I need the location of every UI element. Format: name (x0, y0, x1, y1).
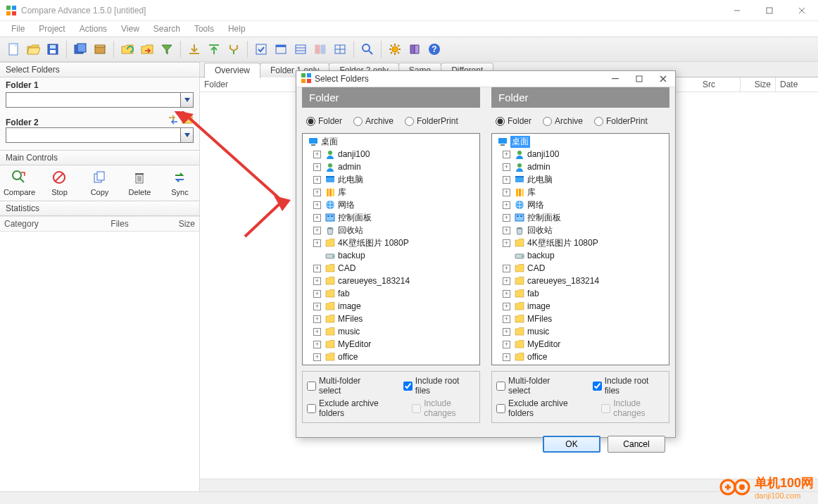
chevron-down-icon[interactable] (181, 127, 194, 143)
tree-item[interactable]: +office (303, 351, 479, 363)
tree-item[interactable]: +CAD (492, 262, 669, 275)
grid2-icon[interactable] (331, 40, 349, 58)
radio-archive[interactable]: Archive (353, 116, 394, 126)
tree-item[interactable]: +回收站 (492, 224, 669, 237)
check-root[interactable]: Include root files (403, 376, 475, 396)
save-icon[interactable] (44, 40, 62, 58)
maximize-button[interactable] (753, 0, 786, 21)
radio-folder[interactable]: Folder (496, 116, 531, 126)
tree-item[interactable]: +控制面板 (303, 211, 479, 224)
tree-item[interactable]: +4K壁纸图片 1080P (303, 237, 479, 249)
tree-item[interactable]: 桌面 (492, 135, 669, 148)
menu-file[interactable]: File (4, 22, 32, 36)
tree-item[interactable]: +MFiles (492, 313, 669, 325)
refresh-folder-icon[interactable] (118, 40, 137, 58)
tree-item[interactable]: +danji100 (303, 148, 479, 160)
compare-button[interactable]: Compare (3, 170, 36, 196)
tree-item[interactable]: +music (492, 325, 669, 338)
tree-item[interactable]: +网络 (303, 199, 479, 211)
col-size[interactable]: Size (741, 77, 776, 92)
menu-view[interactable]: View (114, 22, 146, 36)
folder2-combo[interactable] (6, 127, 194, 143)
folder1-input[interactable] (6, 92, 181, 108)
tree-item[interactable]: +库 (492, 186, 669, 199)
minimize-button[interactable] (721, 0, 753, 21)
folder1-combo[interactable] (6, 92, 194, 108)
radio-folderprint[interactable]: FolderPrint (405, 116, 458, 126)
folder2-input[interactable] (6, 127, 181, 143)
close-button[interactable] (786, 0, 818, 21)
tree-item[interactable]: +此电脑 (492, 173, 669, 186)
check-root[interactable]: Include root files (593, 376, 665, 396)
chevron-down-icon[interactable] (181, 92, 194, 108)
tree-item[interactable]: +MFiles (303, 313, 479, 325)
swap-folders-icon[interactable] (167, 113, 180, 126)
ok-button[interactable]: OK (543, 436, 600, 453)
tree-item[interactable]: +admin (492, 160, 669, 173)
list-icon[interactable] (291, 40, 310, 58)
tree-item[interactable]: +此电脑 (303, 173, 479, 186)
copy-button[interactable]: Copy (83, 170, 116, 196)
tree-item[interactable]: backup (303, 249, 479, 262)
merge-icon[interactable] (225, 40, 243, 58)
tree-item[interactable]: +fab (492, 287, 669, 300)
col-src[interactable]: Src (698, 77, 741, 92)
dialog-maximize-button[interactable] (627, 71, 651, 87)
tree-item[interactable]: +careueyes_183214 (303, 275, 479, 287)
menu-search[interactable]: Search (146, 22, 187, 36)
tree-item[interactable]: +CAD (303, 262, 479, 275)
open-icon[interactable] (24, 40, 42, 58)
stop-button[interactable]: Stop (43, 170, 76, 196)
import-icon[interactable] (205, 40, 223, 58)
browse-folder-icon[interactable] (181, 113, 194, 126)
menu-tools[interactable]: Tools (187, 22, 221, 36)
dialog-close-button[interactable] (651, 71, 675, 87)
saveall-icon[interactable] (71, 40, 89, 58)
tab-overview[interactable]: Overview (204, 63, 260, 78)
grid1-icon[interactable] (311, 40, 329, 58)
folder-arrow-icon[interactable] (138, 40, 156, 58)
help-icon[interactable]: ? (425, 40, 443, 58)
gear-icon[interactable] (386, 40, 404, 58)
tree-item[interactable]: +库 (303, 186, 479, 199)
cancel-button[interactable]: Cancel (608, 436, 665, 453)
tree-item[interactable]: +控制面板 (492, 211, 669, 224)
tree-item[interactable]: +fab (303, 287, 479, 300)
window-icon[interactable] (272, 40, 290, 58)
radio-folder[interactable]: Folder (306, 116, 342, 126)
tree-item[interactable]: +MyEditor (303, 338, 479, 351)
search-icon[interactable] (358, 40, 377, 58)
check-excl[interactable]: Exclude archive folders (307, 398, 392, 418)
radio-folderprint[interactable]: FolderPrint (594, 116, 648, 126)
tree-item[interactable]: +网络 (492, 199, 669, 211)
tree-item[interactable]: +image (303, 300, 479, 313)
dialog-minimize-button[interactable] (603, 71, 627, 87)
archive-icon[interactable] (91, 40, 109, 58)
tree-item[interactable]: +careueyes_183214 (492, 275, 669, 287)
folder-tree[interactable]: 桌面+danji100+admin+此电脑+库+网络+控制面板+回收站+4K壁纸… (491, 133, 669, 365)
menu-help[interactable]: Help (221, 22, 253, 36)
tree-item[interactable]: +MyEditor (492, 338, 669, 351)
new-icon[interactable] (4, 40, 23, 58)
check-multi[interactable]: Multi-folder select (496, 376, 573, 396)
check-excl[interactable]: Exclude archive folders (496, 398, 581, 418)
sync-button[interactable]: Sync (163, 170, 196, 196)
check-multi[interactable]: Multi-folder select (307, 376, 384, 396)
export-icon[interactable] (185, 40, 203, 58)
book-icon[interactable] (405, 40, 424, 58)
filter-icon[interactable] (158, 40, 176, 58)
tree-item[interactable]: +danji100 (492, 148, 669, 160)
tree-item[interactable]: +admin (303, 160, 479, 173)
col-date[interactable]: Date (776, 77, 818, 92)
tree-item[interactable]: backup (492, 249, 669, 262)
menu-actions[interactable]: Actions (73, 22, 114, 36)
delete-button[interactable]: Delete (123, 170, 156, 196)
tree-item[interactable]: +4K壁纸图片 1080P (492, 237, 669, 249)
tree-item[interactable]: +回收站 (303, 224, 479, 237)
tree-item[interactable]: +music (303, 325, 479, 338)
check-icon[interactable] (252, 40, 270, 58)
tree-item[interactable]: +office (492, 351, 669, 363)
tree-item[interactable]: +image (492, 300, 669, 313)
menu-project[interactable]: Project (32, 22, 72, 36)
tree-item[interactable]: 桌面 (303, 135, 479, 148)
